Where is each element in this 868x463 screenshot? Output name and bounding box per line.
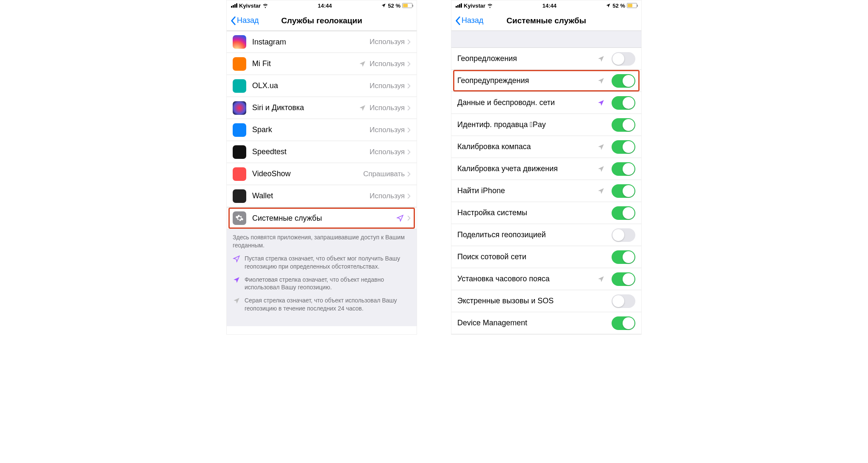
app-name: Wallet bbox=[252, 191, 370, 200]
service-label: Поделиться геопозицией bbox=[457, 230, 608, 239]
toggle-switch[interactable] bbox=[612, 228, 635, 242]
app-row[interactable]: VideoShow Спрашивать bbox=[227, 163, 417, 185]
legend-text: Серая стрелка означает, что объект испол… bbox=[245, 297, 411, 313]
wifi-icon bbox=[487, 3, 493, 8]
app-row[interactable]: Instagram Используя bbox=[227, 31, 417, 53]
app-status: Используя bbox=[370, 104, 405, 112]
service-row: Геопредложения bbox=[451, 48, 641, 70]
location-arrow-icon bbox=[597, 143, 605, 151]
toggle-switch[interactable] bbox=[612, 52, 635, 66]
toggle-switch[interactable] bbox=[612, 272, 635, 286]
gear-icon bbox=[233, 211, 246, 225]
battery-pct: 52 % bbox=[388, 3, 401, 9]
app-row[interactable]: Wallet Используя bbox=[227, 185, 417, 207]
toggle-switch[interactable] bbox=[612, 184, 635, 198]
service-row: Калибровка учета движения bbox=[451, 158, 641, 180]
location-arrow-icon bbox=[597, 99, 605, 107]
service-row: Поиск сотовой сети bbox=[451, 246, 641, 268]
location-arrow-icon bbox=[233, 276, 240, 284]
toggle-switch[interactable] bbox=[612, 96, 635, 110]
service-row: Геопредупреждения bbox=[451, 70, 641, 92]
legend-item: Фиолетовая стрелка означает, что объект … bbox=[233, 276, 411, 292]
app-row[interactable]: OLX.ua Используя bbox=[227, 75, 417, 97]
app-icon bbox=[233, 189, 246, 203]
service-row: Данные и беспроводн. сети bbox=[451, 92, 641, 114]
app-status: Спрашивать bbox=[363, 170, 405, 178]
legend-text: Пустая стрелка означает, что объект мог … bbox=[245, 255, 411, 271]
nav-bar: Назад Службы геолокации bbox=[227, 11, 417, 31]
app-name: Spark bbox=[252, 125, 370, 134]
service-label: Экстренные вызовы и SOS bbox=[457, 297, 608, 305]
back-label: Назад bbox=[237, 16, 259, 25]
cell-signal-icon bbox=[231, 3, 237, 8]
location-arrow-icon bbox=[359, 104, 366, 112]
toggle-switch[interactable] bbox=[612, 118, 635, 132]
app-status: Используя bbox=[370, 192, 405, 200]
location-arrow-icon bbox=[597, 55, 605, 63]
service-row: Идентиф. продавца Pay bbox=[451, 114, 641, 136]
battery-icon bbox=[402, 3, 412, 8]
app-icon bbox=[233, 101, 246, 115]
service-label: Установка часового пояса bbox=[457, 274, 594, 283]
toggle-switch[interactable] bbox=[612, 162, 635, 176]
app-row[interactable]: Mi Fit Используя bbox=[227, 53, 417, 75]
chevron-left-icon bbox=[230, 16, 236, 25]
app-row[interactable]: Siri и Диктовка Используя bbox=[227, 97, 417, 119]
service-row: Device Management bbox=[451, 312, 641, 334]
service-label: Device Management bbox=[457, 319, 608, 327]
back-button[interactable]: Назад bbox=[455, 16, 484, 25]
app-name: Speedtest bbox=[252, 147, 370, 156]
location-arrow-icon bbox=[597, 77, 605, 85]
legend-text: Фиолетовая стрелка означает, что объект … bbox=[245, 276, 411, 292]
location-arrow-icon bbox=[233, 255, 240, 263]
toggle-switch[interactable] bbox=[612, 294, 635, 308]
app-icon bbox=[233, 57, 246, 71]
location-arrow-icon bbox=[359, 60, 366, 68]
chevron-right-icon bbox=[407, 61, 411, 67]
location-indicator-icon bbox=[381, 3, 386, 8]
location-arrow-icon bbox=[597, 275, 605, 283]
app-icon bbox=[233, 167, 246, 181]
app-icon bbox=[233, 123, 246, 137]
app-name: VideoShow bbox=[252, 169, 363, 178]
app-list: Instagram Используя Mi Fit Используя OLX… bbox=[227, 31, 417, 207]
location-arrow-icon bbox=[597, 165, 605, 173]
app-row[interactable]: Spark Используя bbox=[227, 119, 417, 141]
system-services-row[interactable]: Системные службы bbox=[227, 207, 417, 229]
app-status: Используя bbox=[370, 148, 405, 156]
toggle-switch[interactable] bbox=[612, 250, 635, 264]
chevron-right-icon bbox=[407, 215, 411, 221]
carrier-label: Kyivstar bbox=[464, 3, 485, 9]
service-label: Геопредупреждения bbox=[457, 76, 594, 85]
legend-item: Серая стрелка означает, что объект испол… bbox=[233, 297, 411, 313]
toggle-switch[interactable] bbox=[612, 206, 635, 220]
app-icon bbox=[233, 145, 246, 159]
battery-icon bbox=[627, 3, 637, 8]
chevron-right-icon bbox=[407, 171, 411, 177]
back-button[interactable]: Назад bbox=[230, 16, 259, 25]
service-label: Найти iPhone bbox=[457, 186, 594, 195]
service-row: Экстренные вызовы и SOS bbox=[451, 290, 641, 312]
toggle-switch[interactable] bbox=[612, 140, 635, 154]
app-name: Siri и Диктовка bbox=[252, 103, 359, 112]
back-label: Назад bbox=[462, 16, 484, 25]
service-label: Идентиф. продавца Pay bbox=[457, 120, 608, 129]
phone-left: Kyivstar 14:44 52 % Назад Службы геолока… bbox=[226, 0, 417, 335]
service-row: Калибровка компаса bbox=[451, 136, 641, 158]
app-row[interactable]: Speedtest Используя bbox=[227, 141, 417, 163]
chevron-left-icon bbox=[455, 16, 461, 25]
footer-intro: Здесь появятся приложения, запрашивавшие… bbox=[233, 233, 411, 250]
service-label: Настройка системы bbox=[457, 208, 608, 217]
toggle-switch[interactable] bbox=[612, 316, 635, 330]
chevron-right-icon bbox=[407, 149, 411, 155]
chevron-right-icon bbox=[407, 83, 411, 89]
chevron-right-icon bbox=[407, 105, 411, 111]
location-indicator-icon bbox=[606, 3, 611, 8]
service-row: Поделиться геопозицией bbox=[451, 224, 641, 246]
status-time: 14:44 bbox=[318, 3, 332, 9]
app-icon bbox=[233, 79, 246, 93]
toggle-switch[interactable] bbox=[612, 74, 635, 88]
carrier-label: Kyivstar bbox=[239, 3, 261, 9]
section-gap bbox=[451, 31, 641, 48]
service-label: Геопредложения bbox=[457, 54, 594, 63]
